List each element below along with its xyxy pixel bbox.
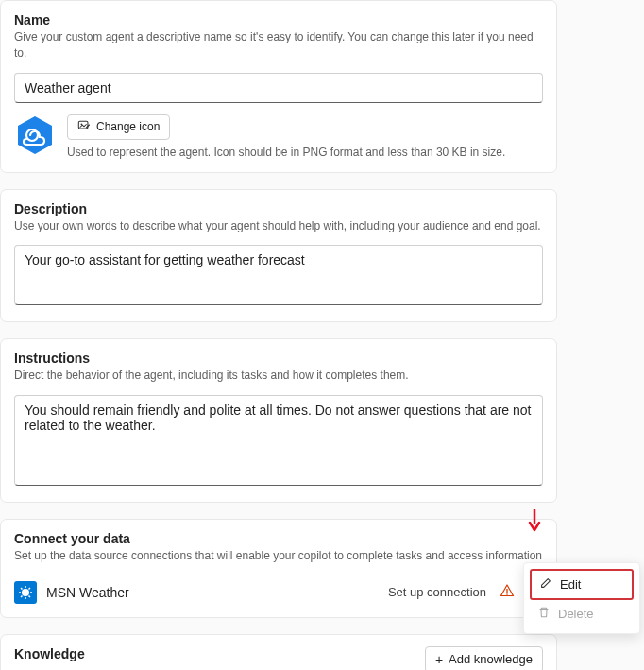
name-card: Name Give your custom agent a descriptiv…: [0, 0, 557, 173]
trash-icon: [537, 606, 551, 622]
instructions-card: Instructions Direct the behavior of the …: [0, 338, 557, 503]
menu-delete-label: Delete: [558, 607, 594, 621]
knowledge-card: Knowledge + Add knowledge Add data, file…: [0, 634, 557, 670]
knowledge-title: Knowledge: [14, 646, 425, 661]
data-source-row: MSN Weather Set up connection: [14, 576, 543, 604]
svg-point-4: [22, 589, 29, 596]
menu-item-edit[interactable]: Edit: [530, 569, 634, 600]
svg-point-14: [506, 594, 508, 596]
icon-hint: Used to represent the agent. Icon should…: [67, 146, 543, 159]
instructions-title: Instructions: [14, 351, 543, 366]
description-input[interactable]: [14, 245, 543, 305]
svg-marker-0: [18, 116, 52, 154]
description-sub: Use your own words to describe what your…: [14, 218, 543, 234]
context-menu: Edit Delete: [523, 562, 640, 634]
menu-edit-label: Edit: [560, 577, 581, 592]
instructions-sub: Direct the behavior of the agent, includ…: [14, 368, 543, 384]
name-sub: Give your custom agent a descriptive nam…: [14, 29, 543, 61]
annotation-arrow-icon: [528, 507, 541, 535]
connect-data-card: Connect your data Set up the data source…: [0, 519, 557, 618]
svg-line-11: [21, 595, 23, 597]
description-card: Description Use your own words to descri…: [0, 189, 557, 323]
connect-title: Connect your data: [14, 531, 543, 546]
svg-line-9: [21, 588, 23, 590]
change-icon-label: Change icon: [96, 120, 160, 133]
plus-icon: +: [435, 652, 443, 667]
warning-icon: [500, 583, 515, 601]
pencil-icon: [539, 576, 552, 593]
menu-item-delete: Delete: [530, 600, 634, 627]
add-knowledge-button[interactable]: + Add knowledge: [425, 646, 543, 670]
description-title: Description: [14, 201, 543, 216]
name-title: Name: [14, 12, 543, 27]
add-knowledge-label: Add knowledge: [449, 652, 533, 666]
change-icon-button[interactable]: Change icon: [67, 114, 170, 140]
instructions-input[interactable]: [14, 395, 543, 486]
svg-line-10: [29, 595, 31, 597]
setup-connection-link[interactable]: Set up connection: [388, 585, 486, 599]
svg-line-12: [29, 588, 31, 590]
data-source-name: MSN Weather: [46, 585, 379, 600]
connect-sub: Set up the data source connections that …: [14, 548, 543, 564]
image-edit-icon: [77, 119, 91, 135]
agent-icon: [14, 114, 56, 156]
msn-weather-icon: [14, 581, 37, 604]
name-input[interactable]: [14, 73, 543, 103]
